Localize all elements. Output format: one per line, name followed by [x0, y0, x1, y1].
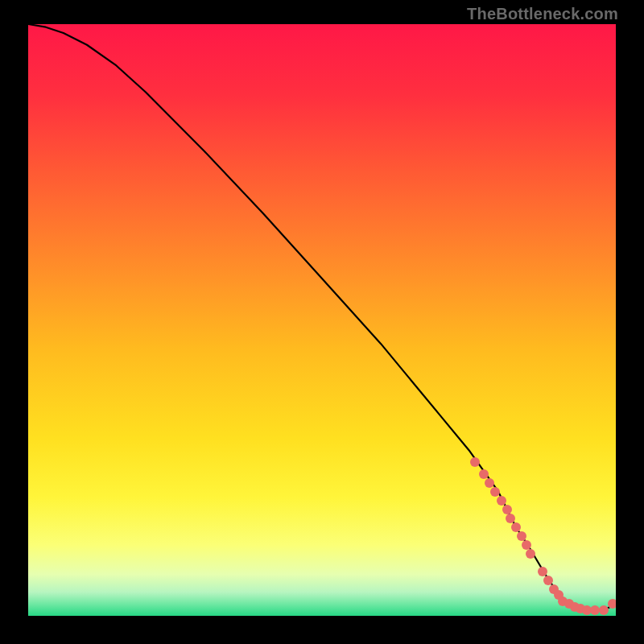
- plot-area: [28, 24, 616, 616]
- curve-layer: [28, 24, 616, 616]
- chart-stage: TheBottleneck.com: [0, 0, 644, 644]
- attribution-text: TheBottleneck.com: [467, 5, 618, 23]
- bottleneck-curve: [28, 24, 616, 610]
